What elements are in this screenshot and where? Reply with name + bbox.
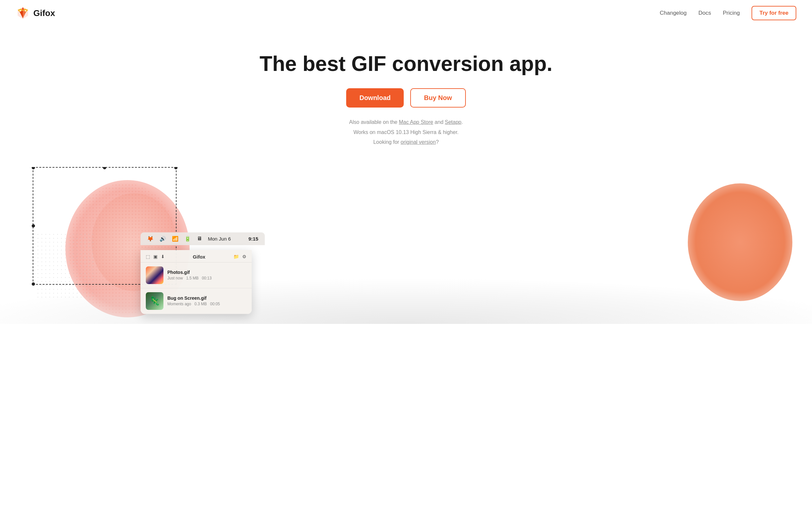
gif-info-photos: Photos.gif Just now 1.5 MB 00:13 xyxy=(167,270,247,280)
gif-meta-photos: Just now 1.5 MB 00:13 xyxy=(167,276,247,280)
menubar-volume-icon: 🔊 xyxy=(159,236,166,242)
try-for-free-button[interactable]: Try for free xyxy=(751,6,796,20)
navbar: Gifox Changelog Docs Pricing Try for fre… xyxy=(0,0,812,26)
mac-app-store-link[interactable]: Mac App Store xyxy=(399,119,433,125)
panel-right-icons: 📁 ⚙ xyxy=(233,254,247,259)
gif-name-bug: Bug on Screen.gif xyxy=(167,295,247,301)
logo-text: Gifox xyxy=(33,8,55,18)
hero-section: The best GIF conversion app. Download Bu… xyxy=(0,26,812,160)
menubar-display-icon: 🖥 xyxy=(197,236,202,242)
menubar-wifi-icon: 📶 xyxy=(172,236,179,242)
setapp-link[interactable]: Setapp xyxy=(445,119,461,125)
panel-record-icon[interactable]: ⬚ xyxy=(146,254,150,259)
hero-buttons: Download Buy Now xyxy=(6,88,806,108)
panel-folder-icon[interactable]: 📁 xyxy=(233,254,239,259)
gif-item-bug[interactable]: 🦎 Bug on Screen.gif Moments ago 0.3 MB 0… xyxy=(140,288,252,314)
gifox-panel: ⬚ ▣ ⬇ Gifox 📁 ⚙ Photos.gif Just now 1.5 … xyxy=(140,250,252,314)
menubar-fox-icon: 🦊 xyxy=(147,236,154,242)
menubar-battery-icon: 🔋 xyxy=(184,236,191,242)
selection-handle-ml xyxy=(32,224,35,227)
gif-info-bug: Bug on Screen.gif Moments ago 0.3 MB 00:… xyxy=(167,295,247,306)
gif-thumb-photos xyxy=(146,266,163,284)
panel-window-icon[interactable]: ▣ xyxy=(153,254,158,259)
panel-download-icon[interactable]: ⬇ xyxy=(161,254,165,259)
hero-subtitle: Also available on the Mac App Store and … xyxy=(6,117,806,147)
svg-point-7 xyxy=(25,10,26,12)
original-version-link[interactable]: original version xyxy=(401,139,436,145)
gif-name-photos: Photos.gif xyxy=(167,270,247,275)
gifox-logo-icon xyxy=(16,6,30,20)
menubar-date: Mon Jun 6 xyxy=(208,236,231,242)
gif-item-photos[interactable]: Photos.gif Just now 1.5 MB 00:13 xyxy=(140,263,252,288)
nav-links: Changelog Docs Pricing Try for free xyxy=(660,6,796,20)
nav-link-changelog[interactable]: Changelog xyxy=(660,10,686,16)
panel-settings-icon[interactable]: ⚙ xyxy=(242,254,247,259)
blob-gray-bottom xyxy=(0,258,812,324)
menubar-time: 9:15 xyxy=(248,236,258,242)
buy-now-button[interactable]: Buy Now xyxy=(410,88,466,108)
demo-area: 🦊 🔊 📶 🔋 🖥 Mon Jun 6 9:15 ⬚ ▣ ⬇ Gifox 📁 ⚙ xyxy=(0,167,812,324)
nav-link-pricing[interactable]: Pricing xyxy=(723,10,740,16)
svg-point-6 xyxy=(20,10,21,12)
selection-handle-tc xyxy=(103,167,106,169)
mac-menubar: 🦊 🔊 📶 🔋 🖥 Mon Jun 6 9:15 xyxy=(140,232,265,245)
gifox-panel-title: Gifox xyxy=(165,254,233,259)
selection-handle-tr xyxy=(174,167,178,169)
hero-title: The best GIF conversion app. xyxy=(6,52,806,75)
selection-handle-tl xyxy=(32,167,35,169)
logo-area[interactable]: Gifox xyxy=(16,6,55,20)
nav-link-docs[interactable]: Docs xyxy=(698,10,711,16)
gifox-panel-header: ⬚ ▣ ⬇ Gifox 📁 ⚙ xyxy=(140,250,252,263)
gif-meta-bug: Moments ago 0.3 MB 00:05 xyxy=(167,302,247,306)
gif-thumb-bug: 🦎 xyxy=(146,292,163,310)
dot-grid xyxy=(36,232,95,298)
panel-left-icons: ⬚ ▣ ⬇ xyxy=(146,254,165,259)
download-button[interactable]: Download xyxy=(346,88,404,108)
